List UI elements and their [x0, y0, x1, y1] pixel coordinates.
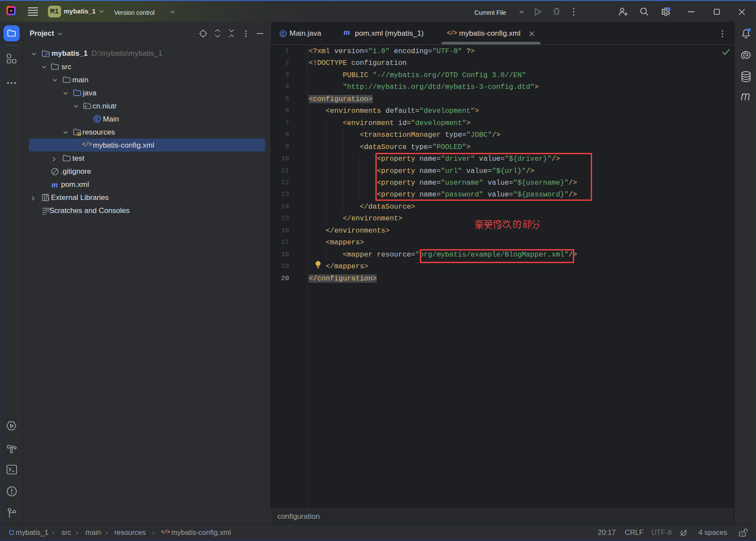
svg-text:C: C	[282, 31, 285, 37]
svg-text:C: C	[95, 116, 99, 122]
